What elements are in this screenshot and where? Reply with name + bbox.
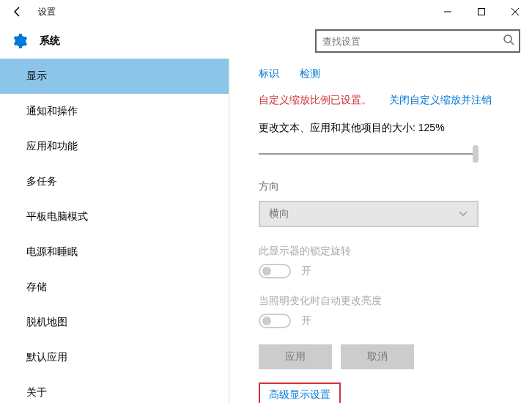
svg-line-5 (511, 42, 514, 45)
cancel-button[interactable]: 取消 (341, 344, 414, 369)
highlight-box: 高级显示设置 (259, 382, 341, 403)
back-button[interactable] (6, 0, 29, 23)
scaling-slider[interactable] (259, 145, 479, 163)
custom-scaling-set-text: 自定义缩放比例已设置。 (259, 94, 372, 106)
minimize-icon (444, 8, 451, 15)
maximize-icon (478, 8, 485, 15)
scale-label: 更改文本、应用和其他项目的大小: 125% (259, 122, 514, 135)
sidebar-item-default-apps[interactable]: 默认应用 (0, 340, 229, 375)
svg-point-4 (504, 35, 511, 42)
lock-rotation-label: 此显示器的锁定旋转 (259, 245, 514, 258)
arrow-left-icon (12, 6, 23, 18)
detect-link[interactable]: 检测 (300, 67, 320, 79)
auto-brightness-state: 开 (301, 314, 311, 328)
close-button[interactable] (498, 0, 532, 23)
display-links: 标识 检测 (259, 67, 514, 81)
toggle-knob (262, 267, 271, 276)
window-title: 设置 (38, 6, 56, 18)
gear-icon (6, 27, 34, 55)
sidebar-item-label: 显示 (26, 70, 47, 83)
header: 系统 (0, 23, 532, 59)
titlebar: 设置 (0, 0, 532, 23)
sidebar-item-apps[interactable]: 应用和功能 (0, 129, 229, 164)
sidebar: 显示 通知和操作 应用和功能 多任务 平板电脑模式 电源和睡眠 存储 脱机地图 … (0, 59, 229, 403)
lock-rotation-toggle[interactable] (259, 264, 291, 278)
close-custom-scaling-link[interactable]: 关闭自定义缩放并注销 (389, 94, 492, 106)
svg-rect-1 (479, 9, 485, 15)
maximize-button[interactable] (465, 0, 498, 23)
sidebar-item-label: 关于 (26, 386, 47, 399)
content-pane: 标识 检测 自定义缩放比例已设置。 关闭自定义缩放并注销 更改文本、应用和其他项… (229, 59, 532, 403)
search-wrap (315, 29, 520, 53)
minimize-button[interactable] (431, 0, 465, 23)
sidebar-item-label: 脱机地图 (26, 316, 67, 329)
scaling-notice: 自定义缩放比例已设置。 关闭自定义缩放并注销 (259, 94, 514, 107)
orientation-label: 方向 (259, 180, 514, 193)
sidebar-item-label: 平板电脑模式 (26, 210, 88, 223)
sidebar-item-label: 电源和睡眠 (26, 245, 78, 259)
sidebar-item-label: 多任务 (26, 175, 57, 188)
sidebar-item-label: 通知和操作 (26, 105, 78, 118)
identify-link[interactable]: 标识 (259, 67, 279, 79)
lock-rotation-state: 开 (301, 265, 311, 278)
page-title: 系统 (40, 34, 60, 48)
sidebar-item-about[interactable]: 关于 (0, 375, 229, 403)
sidebar-item-label: 应用和功能 (26, 140, 78, 153)
sidebar-item-notifications[interactable]: 通知和操作 (0, 94, 229, 129)
auto-brightness-label: 当照明变化时自动更改亮度 (259, 295, 514, 308)
toggle-knob (262, 317, 271, 325)
search-input[interactable] (315, 29, 520, 53)
search-icon[interactable] (503, 34, 514, 48)
chevron-down-icon (458, 208, 468, 221)
sidebar-item-tablet[interactable]: 平板电脑模式 (0, 199, 229, 234)
orientation-dropdown[interactable]: 横向 (259, 201, 479, 227)
auto-brightness-toggle[interactable] (259, 314, 291, 328)
sidebar-item-power[interactable]: 电源和睡眠 (0, 234, 229, 270)
apply-button[interactable]: 应用 (259, 344, 332, 369)
sidebar-item-offline-maps[interactable]: 脱机地图 (0, 305, 229, 340)
dropdown-value: 横向 (269, 207, 289, 221)
close-icon (511, 8, 519, 15)
slider-track (259, 153, 479, 155)
sidebar-item-label: 存储 (26, 281, 47, 294)
slider-thumb[interactable] (473, 145, 479, 163)
sidebar-item-storage[interactable]: 存储 (0, 270, 229, 305)
sidebar-item-label: 默认应用 (26, 351, 67, 364)
advanced-display-link[interactable]: 高级显示设置 (263, 385, 336, 403)
sidebar-item-display[interactable]: 显示 (0, 59, 229, 94)
sidebar-item-multitask[interactable]: 多任务 (0, 164, 229, 199)
